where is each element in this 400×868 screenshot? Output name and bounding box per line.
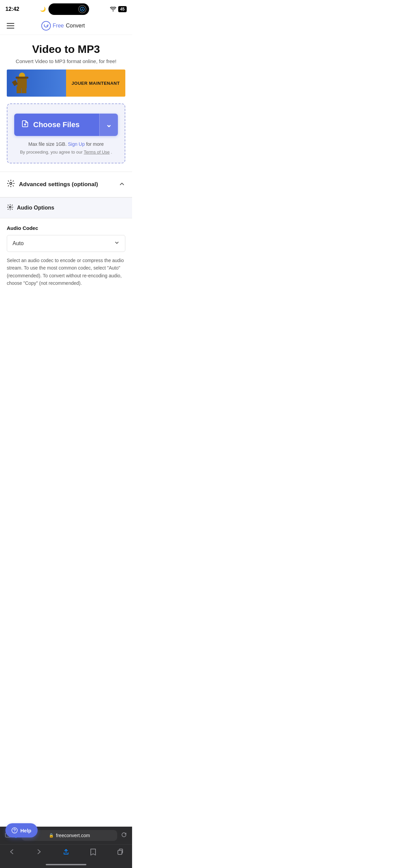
status-right: 45: [110, 6, 127, 12]
home-indicator-bar: [46, 864, 86, 865]
sign-up-link[interactable]: Sign Up: [68, 141, 85, 147]
reload-icon[interactable]: [121, 831, 127, 840]
url-text: freeconvert.com: [56, 833, 90, 838]
choose-files-dropdown-button[interactable]: ⌄: [99, 114, 118, 136]
ad-character: [10, 71, 34, 95]
svg-point-2: [9, 206, 11, 208]
audio-options-header: Audio Options: [7, 204, 125, 212]
share-button[interactable]: [62, 848, 70, 857]
tabs-button[interactable]: [117, 848, 124, 857]
status-bar: 12:42 🌙 45: [0, 0, 132, 17]
advanced-settings-title: Advanced settings (optional): [19, 181, 98, 188]
advanced-settings-header[interactable]: Advanced settings (optional): [0, 172, 132, 197]
home-indicator: [0, 861, 132, 868]
terms-prefix: By proceeding, you agree to our: [20, 150, 84, 155]
main-content: Video to MP3 Convert Video to MP3 format…: [0, 35, 132, 163]
terms-info: By proceeding, you agree to our Terms of…: [14, 150, 118, 155]
file-size-suffix: for more: [86, 141, 104, 147]
battery-badge: 45: [118, 6, 127, 12]
ad-cta[interactable]: JOUER MAINTENANT: [66, 70, 125, 97]
dropdown-arrow-icon: ⌄: [106, 120, 112, 129]
settings-gear-icon: [7, 179, 15, 190]
audio-codec-section: Audio Codec Auto Select an audio codec t…: [0, 218, 132, 294]
audio-codec-label: Audio Codec: [7, 225, 125, 231]
logo-free-text: Free: [53, 23, 64, 29]
upload-zone[interactable]: Choose Files ⌄ Max file size 1GB. Sign U…: [7, 103, 125, 163]
audio-options-settings-icon: [7, 204, 14, 212]
nav-bar: [0, 845, 132, 861]
page-subtitle: Convert Video to MP3 format online, for …: [7, 58, 125, 64]
forward-button[interactable]: [35, 848, 43, 857]
choose-files-button[interactable]: Choose Files: [14, 114, 99, 136]
lock-icon: 🔒: [49, 833, 54, 838]
audio-options-title: Audio Options: [17, 205, 54, 211]
choose-files-button-group[interactable]: Choose Files ⌄: [14, 114, 118, 136]
header-nav: FreeConvert: [0, 17, 132, 35]
page-title: Video to MP3: [7, 43, 125, 56]
codec-description: Select an audio codec to encode or compr…: [7, 257, 125, 287]
moon-icon: 🌙: [40, 6, 46, 12]
ad-banner-background: [7, 70, 72, 97]
dynamic-island: [48, 3, 89, 15]
bookmarks-button[interactable]: [89, 848, 97, 857]
advanced-settings-left: Advanced settings (optional): [7, 179, 98, 190]
audio-options-section: Audio Options: [0, 197, 132, 218]
audio-codec-value: Auto: [13, 240, 24, 246]
advanced-settings-chevron-icon: [119, 180, 125, 189]
airdrop-icon: [78, 5, 86, 13]
ad-cta-text: JOUER MAINTENANT: [71, 81, 120, 86]
back-button[interactable]: [8, 848, 16, 857]
audio-codec-select[interactable]: Auto: [7, 235, 125, 252]
advanced-settings-section: Advanced settings (optional): [0, 172, 132, 197]
wifi-icon: [110, 7, 116, 12]
audio-codec-select-display[interactable]: Auto: [7, 235, 125, 252]
ad-banner[interactable]: JOUER MAINTENANT: [7, 70, 125, 97]
logo[interactable]: FreeConvert: [41, 21, 85, 31]
status-time: 12:42: [5, 6, 19, 12]
help-button-label: Help: [20, 828, 31, 833]
file-size-info: Max file size 1GB. Sign Up for more: [14, 141, 118, 147]
help-button[interactable]: Help: [5, 823, 38, 837]
svg-rect-6: [118, 850, 122, 854]
file-size-text: Max file size 1GB.: [28, 141, 67, 147]
audio-codec-chevron-icon: [114, 240, 120, 247]
hamburger-menu[interactable]: [7, 23, 14, 28]
terms-link[interactable]: Terms of Use: [84, 150, 110, 155]
terms-suffix: .: [111, 150, 112, 155]
svg-point-4: [14, 832, 15, 832]
logo-icon: [41, 21, 51, 31]
logo-convert-text: Convert: [66, 23, 85, 29]
choose-files-label: Choose Files: [33, 120, 80, 129]
status-center: 🌙: [40, 3, 89, 15]
svg-point-1: [10, 182, 12, 184]
file-icon: [21, 120, 29, 130]
